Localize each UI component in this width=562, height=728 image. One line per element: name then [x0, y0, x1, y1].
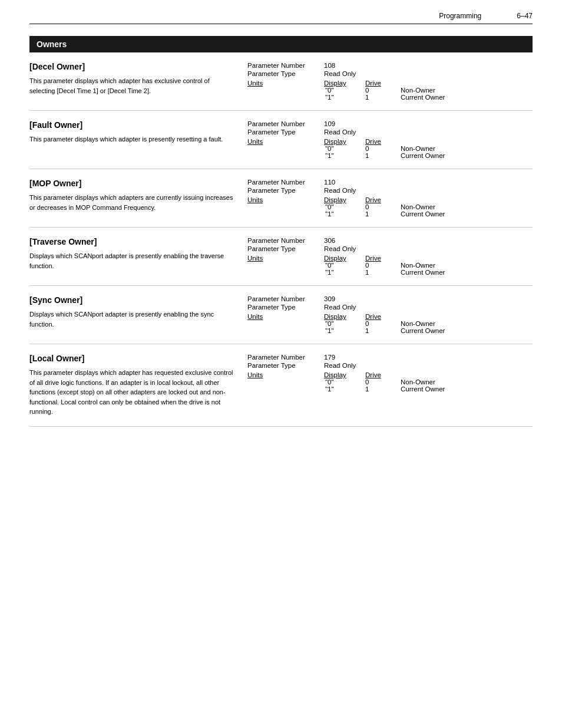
- units-label-mop: Units: [247, 196, 324, 203]
- param-right-decel: Parameter Number 108 Parameter Type Read…: [247, 62, 533, 101]
- units-col-display-decel: Display: [324, 80, 365, 87]
- param-type-value-sync: Read Only: [324, 304, 356, 311]
- param-right-local: Parameter Number 179 Parameter Type Read…: [247, 354, 533, 393]
- param-local-owner: [Local Owner] This parameter displays wh…: [29, 344, 533, 427]
- units-desc-1-local: Current Owner: [401, 386, 445, 393]
- units-desc-1-decel: Current Owner: [401, 94, 445, 101]
- param-number-row-fault: Parameter Number 109: [247, 120, 533, 127]
- units-display-0-traverse: "0": [324, 262, 365, 269]
- param-type-row-fault: Parameter Type Read Only: [247, 129, 533, 136]
- param-left-local: [Local Owner] This parameter displays wh…: [29, 354, 247, 417]
- units-desc-1-sync: Current Owner: [401, 327, 445, 334]
- param-type-label-mop: Parameter Type: [247, 187, 324, 194]
- units-row-1-fault: "1" 1 Current Owner: [247, 152, 533, 159]
- units-row-0-mop: "0" 0 Non-Owner: [247, 203, 533, 210]
- units-drive-1-traverse: 1: [365, 269, 401, 276]
- units-spacer-1-sync: [247, 327, 324, 334]
- param-type-label-local: Parameter Type: [247, 362, 324, 369]
- units-display-0-fault: "0": [324, 145, 365, 152]
- units-col-drive-local: Drive: [365, 371, 401, 378]
- units-display-0-decel: "0": [324, 87, 365, 94]
- units-label-traverse: Units: [247, 255, 324, 262]
- mop-owner-desc: This parameter displays which adapters a…: [29, 193, 236, 212]
- local-owner-desc: This parameter displays which adapter ha…: [29, 368, 236, 417]
- param-number-label-mop: Parameter Number: [247, 179, 324, 186]
- param-type-row-decel: Parameter Type Read Only: [247, 70, 533, 77]
- units-drive-0-sync: 0: [365, 320, 401, 327]
- decel-owner-desc: This parameter displays which adapter ha…: [29, 76, 236, 95]
- units-col-drive-decel: Drive: [365, 80, 401, 87]
- units-spacer-1-decel: [247, 94, 324, 101]
- param-number-value-sync: 309: [324, 295, 335, 302]
- units-display-1-traverse: "1": [324, 269, 365, 276]
- param-left-sync: [Sync Owner] Displays which SCANport ada…: [29, 295, 247, 329]
- param-left-traverse: [Traverse Owner] Displays which SCANport…: [29, 237, 247, 271]
- units-display-0-sync: "0": [324, 320, 365, 327]
- units-drive-1-mop: 1: [365, 210, 401, 218]
- param-type-label-fault: Parameter Type: [247, 129, 324, 136]
- page-header: Programming 6–47: [29, 12, 533, 24]
- param-type-row-traverse: Parameter Type Read Only: [247, 245, 533, 252]
- header-section-title: Programming: [439, 12, 481, 20]
- units-drive-0-local: 0: [365, 378, 401, 386]
- param-type-value-local: Read Only: [324, 362, 356, 369]
- units-col-drive-sync: Drive: [365, 313, 401, 320]
- units-spacer-1-local: [247, 386, 324, 393]
- param-type-row-local: Parameter Type Read Only: [247, 362, 533, 369]
- units-spacer-0-mop: [247, 203, 324, 210]
- param-type-row-sync: Parameter Type Read Only: [247, 304, 533, 311]
- traverse-owner-title: [Traverse Owner]: [29, 237, 236, 246]
- units-header-local: Units Display Drive: [247, 371, 533, 378]
- units-drive-0-mop: 0: [365, 203, 401, 210]
- header-right: Programming 6–47: [439, 12, 533, 20]
- fault-owner-desc: This parameter displays which adapter is…: [29, 134, 236, 144]
- param-left-fault: [Fault Owner] This parameter displays wh…: [29, 120, 247, 144]
- units-desc-1-fault: Current Owner: [401, 152, 445, 159]
- param-number-value-fault: 109: [324, 120, 335, 127]
- units-spacer-0-sync: [247, 320, 324, 327]
- units-header-traverse: Units Display Drive: [247, 255, 533, 262]
- units-drive-1-local: 1: [365, 386, 401, 393]
- param-number-value-mop: 110: [324, 179, 335, 186]
- units-desc-0-local: Non-Owner: [401, 378, 435, 386]
- units-col-display-traverse: Display: [324, 255, 365, 262]
- units-desc-1-mop: Current Owner: [401, 210, 445, 218]
- units-row-1-local: "1" 1 Current Owner: [247, 386, 533, 393]
- units-col-drive-fault: Drive: [365, 138, 401, 145]
- param-number-label-sync: Parameter Number: [247, 295, 324, 302]
- param-number-row-mop: Parameter Number 110: [247, 179, 533, 186]
- units-desc-0-sync: Non-Owner: [401, 320, 435, 327]
- units-col-display-mop: Display: [324, 196, 365, 203]
- section-header: Owners: [29, 36, 533, 52]
- param-mop-owner: [MOP Owner] This parameter displays whic…: [29, 169, 533, 228]
- param-number-label-fault: Parameter Number: [247, 120, 324, 127]
- parameters-list: [Decel Owner] This parameter displays wh…: [29, 52, 533, 427]
- units-spacer-0-fault: [247, 145, 324, 152]
- sync-owner-desc: Displays which SCANport adapter is prese…: [29, 309, 236, 329]
- param-number-row-decel: Parameter Number 108: [247, 62, 533, 69]
- units-desc-1-traverse: Current Owner: [401, 269, 445, 276]
- units-table-traverse: Units Display Drive "0" 0 Non-Owner "1" …: [247, 255, 533, 276]
- param-number-value-local: 179: [324, 354, 335, 361]
- param-type-row-mop: Parameter Type Read Only: [247, 187, 533, 194]
- param-number-row-sync: Parameter Number 309: [247, 295, 533, 302]
- param-decel-owner: [Decel Owner] This parameter displays wh…: [29, 52, 533, 111]
- units-spacer-1-mop: [247, 210, 324, 218]
- param-type-label-traverse: Parameter Type: [247, 245, 324, 252]
- traverse-owner-desc: Displays which SCANport adapter is prese…: [29, 251, 236, 271]
- param-traverse-owner: [Traverse Owner] Displays which SCANport…: [29, 228, 533, 286]
- local-owner-title: [Local Owner]: [29, 354, 236, 363]
- units-label-fault: Units: [247, 138, 324, 145]
- param-type-value-decel: Read Only: [324, 70, 356, 77]
- units-spacer-1-traverse: [247, 269, 324, 276]
- units-spacer-0-decel: [247, 87, 324, 94]
- units-table-sync: Units Display Drive "0" 0 Non-Owner "1" …: [247, 313, 533, 334]
- param-sync-owner: [Sync Owner] Displays which SCANport ada…: [29, 286, 533, 344]
- fault-owner-title: [Fault Owner]: [29, 120, 236, 130]
- units-header-decel: Units Display Drive: [247, 80, 533, 87]
- units-desc-0-decel: Non-Owner: [401, 87, 435, 94]
- units-row-1-sync: "1" 1 Current Owner: [247, 327, 533, 334]
- units-label-sync: Units: [247, 313, 324, 320]
- units-spacer-1-fault: [247, 152, 324, 159]
- header-page-num: 6–47: [517, 12, 533, 20]
